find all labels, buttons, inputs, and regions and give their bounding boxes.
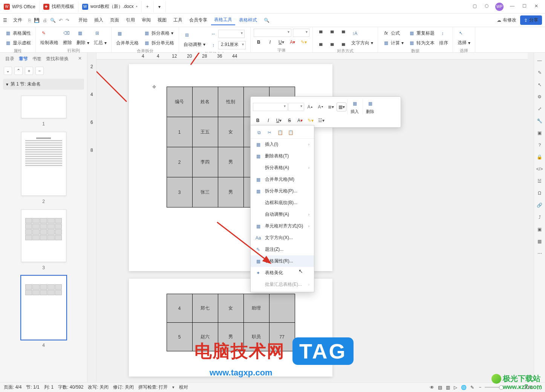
print-icon[interactable]: 🖨 (43, 18, 47, 23)
mini-italic[interactable]: I (263, 116, 273, 125)
draw-table-label[interactable]: 绘制表格 (39, 38, 60, 47)
align-tc[interactable]: ▀ (327, 29, 337, 38)
select-button[interactable]: ↖ (456, 29, 472, 38)
paste-icon[interactable]: 📋 (277, 130, 283, 135)
mini-size-select[interactable] (288, 103, 304, 111)
collapse-button[interactable]: ⌄ (4, 67, 12, 75)
delete-button[interactable]: ▦ (75, 29, 91, 38)
viewmode1-icon[interactable]: ▤ (438, 385, 442, 390)
maximize-button[interactable]: ☐ (521, 3, 528, 9)
align-tr[interactable]: ▀ (338, 29, 348, 38)
remove-section-button[interactable]: － (35, 67, 44, 75)
menu-tools[interactable]: 工具 (170, 15, 185, 25)
menu-review[interactable]: 审阅 (139, 15, 154, 25)
size-select[interactable] (293, 29, 309, 37)
height-input[interactable]: ↕2.91厘米 (208, 40, 247, 50)
sum-label[interactable]: 汇总▾ (92, 38, 108, 47)
table-properties-button[interactable]: ▦表格属性 (3, 29, 32, 38)
context-menu-item[interactable]: ✦表格美化 (251, 267, 314, 279)
repeat-header-button[interactable]: ▦重复标题 (407, 29, 436, 38)
globe-icon[interactable]: 🌐 (461, 385, 467, 390)
text-direction-button[interactable]: ↕A (350, 29, 375, 38)
page-indicator[interactable]: 页面: 4/4 (4, 384, 21, 390)
formula-button[interactable]: fx公式 (381, 29, 405, 38)
context-menu-item[interactable]: ▦拆分单元格(P)... (251, 185, 314, 197)
cube-icon[interactable]: ⬡ (483, 3, 490, 9)
undo-icon[interactable]: ↶ (59, 18, 63, 23)
mini-insert-icon[interactable]: ▦ (350, 99, 360, 108)
align-bl[interactable]: ▄ (316, 38, 326, 47)
outline-icon[interactable]: ☱ (536, 178, 543, 185)
tab-chapter[interactable]: 章节 (19, 56, 28, 62)
underline-button[interactable]: U▾ (276, 38, 286, 47)
menu-member[interactable]: 会员专享 (186, 15, 210, 25)
mini-insert-label[interactable]: 插入 (351, 109, 359, 114)
context-menu-item[interactable]: Aa文字方向(X)... (251, 232, 314, 244)
context-menu-item[interactable]: ▦插入(I)› (251, 139, 314, 150)
list-button[interactable]: ≣▾ (326, 102, 336, 111)
image-icon[interactable]: ▣ (536, 226, 543, 233)
show-gridlines-button[interactable]: ▦显示虚框 (3, 38, 32, 47)
menu-table-tools[interactable]: 表格工具 (211, 15, 235, 25)
tab-document[interactable]: W word教程（新）.docx • (78, 1, 142, 12)
open-icon[interactable]: ⎘ (28, 18, 31, 23)
save-icon[interactable]: 💾 (34, 18, 40, 23)
transform-icon[interactable]: ⤢ (536, 105, 543, 112)
highlight-button[interactable]: ✎▾ (299, 38, 309, 47)
eraser-label[interactable]: 擦除 (61, 38, 73, 47)
viewmode2-icon[interactable]: ▥ (446, 385, 450, 390)
italic-button[interactable]: I (265, 38, 275, 47)
context-menu-item[interactable]: ▦合并单元格(M) (251, 174, 314, 185)
eraser-button[interactable]: ⌫ (61, 29, 73, 38)
autofit-button[interactable]: ⊞ (182, 31, 207, 40)
align-br[interactable]: ▄ (338, 38, 348, 47)
tab-menu-button[interactable]: ▾ (154, 1, 166, 12)
shrink-font-button[interactable]: A▾ (315, 102, 325, 111)
page-thumbnail[interactable] (21, 209, 66, 262)
mini-strike[interactable]: S (285, 116, 294, 125)
menu-start[interactable]: 开始 (75, 15, 90, 25)
context-menu-item[interactable]: 自动调整(A)› (251, 209, 314, 220)
border-button[interactable]: ▦▾ (337, 102, 346, 111)
cloud-status[interactable]: ☁ 有修改 (497, 17, 516, 23)
mini-delete-icon[interactable]: ▦ (365, 99, 375, 108)
play-icon[interactable]: ▷ (454, 385, 457, 390)
align-bc[interactable]: ▄ (327, 38, 337, 47)
mini-font-select[interactable] (253, 103, 288, 111)
spellcheck-indicator[interactable]: 拼写检查: 打开 (138, 384, 168, 390)
file-menu[interactable]: 文件 (10, 15, 25, 25)
table-anchor-icon[interactable]: ✥ (152, 84, 156, 90)
code-icon[interactable]: </> (536, 166, 543, 172)
grow-font-button[interactable]: A▴ (305, 102, 315, 111)
select-icon[interactable]: ↖ (536, 81, 543, 88)
close-pane-button[interactable]: ✕ (78, 56, 82, 62)
expand-button[interactable]: ⌃ (14, 67, 23, 75)
paste-special-icon[interactable]: 📋 (288, 130, 294, 135)
context-menu-item[interactable]: ✎题注(Z)... (251, 244, 314, 255)
font-select[interactable] (254, 29, 291, 37)
word-count[interactable]: 字数: 40/592 (58, 384, 83, 390)
menu-page[interactable]: 页面 (107, 15, 122, 25)
hamburger-icon[interactable]: ☰ (3, 18, 7, 23)
layers-icon[interactable]: ▣ (536, 130, 543, 136)
sum-button[interactable]: ⊞ (92, 29, 108, 38)
add-section-button[interactable]: ＋ (25, 67, 33, 75)
split-table-button[interactable]: ▦拆分表格▾ (142, 29, 176, 38)
app-tab[interactable]: W WPS Office (0, 1, 40, 12)
wrench-icon[interactable]: 🔧 (536, 117, 543, 124)
menu-ref[interactable]: 引用 (123, 15, 138, 25)
link-icon[interactable]: 🔗 (536, 202, 543, 209)
context-menu-item[interactable]: 批量汇总表格(E)...› (251, 279, 314, 290)
column-indicator[interactable]: 列: 1 (44, 384, 54, 390)
context-menu-item[interactable]: ▦表格属性(R)... (251, 255, 314, 267)
pencil-icon[interactable]: ✎ (470, 385, 474, 390)
mini-bold[interactable]: B (253, 116, 263, 125)
copy-icon[interactable]: ⧉ (256, 130, 262, 135)
zoom-out-button[interactable]: － (478, 384, 482, 390)
new-tab-button[interactable]: ＋ (142, 1, 154, 12)
context-menu-item[interactable]: ▦单元格对齐方式(G)› (251, 220, 314, 232)
tab-toc[interactable]: 目录 (5, 56, 14, 62)
cut-icon[interactable]: ✂ (266, 130, 272, 135)
search-icon[interactable]: 🔍 (261, 16, 272, 24)
calc-button[interactable]: ▦计算▾ (381, 38, 405, 47)
